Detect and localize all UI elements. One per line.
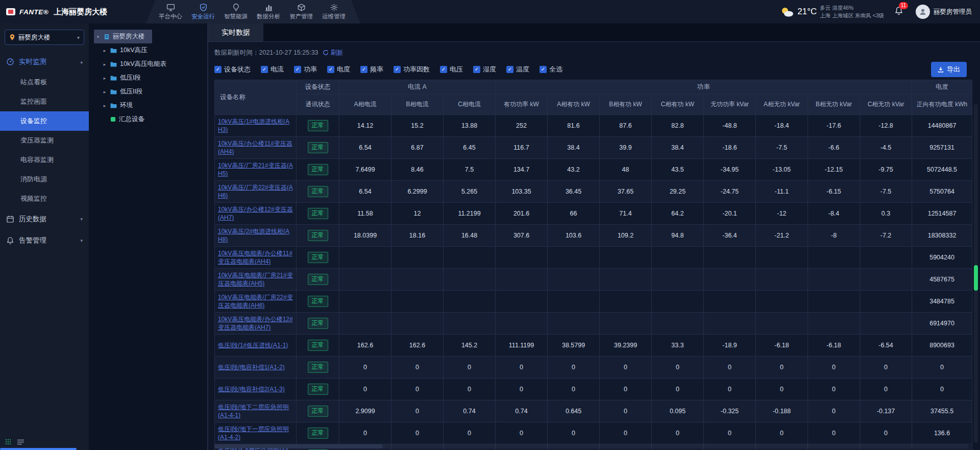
tree-expand-icon[interactable]: ▸ bbox=[102, 48, 107, 53]
value-cell: -21.2 bbox=[756, 225, 808, 247]
top-nav-item[interactable]: 平台中心 bbox=[154, 0, 187, 23]
tree-node[interactable]: ▸10kV高压 bbox=[102, 43, 207, 57]
filter-checkbox[interactable]: ✓电压 bbox=[440, 65, 463, 74]
value-cell bbox=[756, 269, 808, 291]
value-cell: 0 bbox=[756, 357, 808, 378]
filter-checkbox-label: 功率 bbox=[304, 65, 317, 74]
device-link[interactable]: 低压I段/电容补偿2(A1-3) bbox=[218, 386, 285, 393]
site-selector[interactable]: 丽婴房大楼 ▾ bbox=[5, 30, 84, 45]
filter-checkbox[interactable]: ✓频率 bbox=[360, 65, 383, 74]
tree-node[interactable]: ▸低压II段 bbox=[102, 85, 207, 99]
value-cell: 116.7 bbox=[496, 137, 548, 159]
sidebar-item[interactable]: 设备监控 bbox=[0, 111, 89, 131]
tree-expand-icon[interactable]: ▸ bbox=[102, 62, 107, 67]
sidebar-section[interactable]: 历史数据▾ bbox=[0, 208, 89, 230]
filter-checkbox-label: 电压 bbox=[450, 65, 463, 74]
tree-expand-icon[interactable]: ▸ bbox=[102, 103, 107, 108]
filter-checkbox[interactable]: ✓温度 bbox=[506, 65, 529, 74]
value-cell: 5904240 bbox=[912, 247, 972, 269]
device-link[interactable]: 10kV高压/厂房22#变压器(AH6) bbox=[218, 184, 293, 199]
device-link[interactable]: 10kV高压/2#电源进线柜(AH8) bbox=[218, 228, 289, 243]
device-link[interactable]: 10kV高压/1#电源进线柜(AH3) bbox=[218, 118, 289, 133]
tree-expand-icon[interactable]: ▸ bbox=[102, 89, 107, 94]
device-link[interactable]: 10kV高压电能表/厂房21#变压器电能表(AH5) bbox=[218, 272, 293, 287]
vertical-scrollbar-thumb[interactable] bbox=[974, 265, 978, 291]
value-cell: 0 bbox=[391, 378, 444, 400]
value-cell bbox=[704, 313, 756, 335]
top-nav-item[interactable]: 数据分析 bbox=[252, 0, 285, 23]
column-group-header: 电流 A bbox=[339, 80, 496, 94]
tree-node[interactable]: 汇总设备 bbox=[102, 112, 207, 126]
device-link[interactable]: 10kV高压电能表/办公楼11#变压器电能表(AH4) bbox=[218, 250, 292, 265]
sidebar-item[interactable]: 站点看板 bbox=[0, 73, 89, 92]
value-cell: 15.2 bbox=[391, 115, 444, 137]
filter-checkbox[interactable]: ✓电流 bbox=[261, 65, 284, 74]
top-nav-item[interactable]: 资产管理 bbox=[285, 0, 317, 23]
value-cell bbox=[496, 291, 548, 313]
table-container: 设备名称设备状态电流 A功率电度通讯状态A相电流B相电流C相电流有功功率 kWA… bbox=[214, 80, 980, 450]
device-link[interactable]: 低压I段/电容补偿1(A1-2) bbox=[218, 364, 285, 371]
value-cell bbox=[548, 291, 600, 313]
filter-checkbox[interactable]: ✓功率 bbox=[294, 65, 317, 74]
sidebar-hscrollbar-thumb[interactable] bbox=[0, 448, 77, 450]
filter-checkbox[interactable]: ✓设备状态 bbox=[214, 65, 251, 74]
checkbox-icon: ✓ bbox=[327, 66, 334, 73]
status-cell: 正常 bbox=[297, 335, 339, 357]
device-name-cell: 10kV高压/1#电源进线柜(AH3) bbox=[215, 115, 297, 137]
device-link[interactable]: 10kV高压电能表/办公楼12#变压器电能表(AH7) bbox=[218, 316, 293, 331]
tree-node-root[interactable]: ▾丽婴房大楼 bbox=[94, 30, 152, 43]
tab-realtime-data[interactable]: 实时数据 bbox=[208, 23, 263, 41]
user-menu[interactable]: 丽婴房管理员 bbox=[916, 5, 972, 19]
tab-label: 实时数据 bbox=[222, 28, 250, 37]
notification-button[interactable]: 11 bbox=[894, 6, 903, 17]
value-cell: -11.1 bbox=[756, 181, 808, 203]
value-cell: 0 bbox=[444, 422, 496, 444]
column-header: C相电流 bbox=[444, 94, 496, 115]
device-link[interactable]: 10kV高压/办公楼12#变压器(AH7) bbox=[218, 206, 293, 221]
column-header: B相电流 bbox=[391, 94, 444, 115]
top-nav-item[interactable]: 运维管理 bbox=[317, 0, 350, 23]
value-cell: 134.7 bbox=[496, 159, 548, 181]
top-nav-item[interactable]: 智慧能源 bbox=[219, 0, 252, 23]
checkbox-icon: ✓ bbox=[261, 66, 268, 73]
device-link[interactable]: 低压I段/地下二层应急照明(A1-4-1) bbox=[218, 404, 289, 419]
value-cell: -6.54 bbox=[860, 335, 912, 357]
tree-node[interactable]: ▸环境 bbox=[102, 99, 207, 112]
sidebar-section[interactable]: 告警管理▾ bbox=[0, 230, 89, 251]
top-nav-item[interactable]: 安全运行 bbox=[187, 0, 219, 23]
sidebar-item[interactable]: 电容器监测 bbox=[0, 150, 89, 170]
filter-checkbox[interactable]: ✓电度 bbox=[327, 65, 350, 74]
horizontal-scrollbar-thumb[interactable] bbox=[214, 444, 383, 448]
tree-node[interactable]: ▸10kV高压电能表 bbox=[102, 57, 207, 71]
site-selector-value: 丽婴房大楼 bbox=[18, 33, 51, 42]
tree-expand-icon[interactable]: ▾ bbox=[95, 34, 101, 39]
device-link[interactable]: 10kV高压/厂房21#变压器(AH5) bbox=[218, 162, 293, 177]
grid-dots-icon[interactable] bbox=[5, 439, 11, 445]
sidebar-item[interactable]: 消防电源 bbox=[0, 170, 89, 189]
sidebar-item[interactable]: 视频监控 bbox=[0, 189, 89, 208]
value-cell: 0 bbox=[704, 378, 756, 400]
device-link[interactable]: 低压I段/1#低压进线(A1-1) bbox=[218, 342, 288, 349]
sidebar-item[interactable]: 变压器监测 bbox=[0, 131, 89, 150]
filter-checkbox[interactable]: ✓湿度 bbox=[473, 65, 496, 74]
device-link[interactable]: 10kV高压/办公楼11#变压器(AH4) bbox=[218, 140, 292, 155]
filter-checkbox[interactable]: ✓功率因数 bbox=[394, 65, 430, 74]
device-link[interactable]: 10kV高压电能表/厂房22#变压器电能表(AH6) bbox=[218, 294, 293, 309]
device-name-cell: 10kV高压电能表/厂房21#变压器电能表(AH5) bbox=[215, 269, 297, 291]
status-cell: 正常 bbox=[297, 400, 339, 422]
value-cell bbox=[808, 313, 860, 335]
list-icon[interactable] bbox=[17, 439, 24, 445]
sidebar-section[interactable]: 实时监测▴ bbox=[0, 51, 89, 73]
export-button[interactable]: 导出 bbox=[931, 62, 967, 77]
device-name-cell: 低压I段/电容补偿1(A1-2) bbox=[215, 357, 297, 378]
refresh-button-label: 刷新 bbox=[331, 49, 344, 57]
value-cell: 201.6 bbox=[496, 203, 548, 225]
sidebar-item[interactable]: 监控画面 bbox=[0, 92, 89, 111]
weather-icon bbox=[779, 6, 794, 17]
tree-expand-icon[interactable]: ▸ bbox=[102, 76, 107, 81]
device-link[interactable]: 低压I段/地下一层应急照明(A1-4-2) bbox=[218, 425, 289, 441]
value-cell: -24.75 bbox=[704, 181, 756, 203]
refresh-button[interactable]: 刷新 bbox=[323, 49, 344, 57]
filter-checkbox[interactable]: ✓全选 bbox=[540, 65, 562, 74]
tree-node[interactable]: ▸低压I段 bbox=[102, 71, 207, 85]
